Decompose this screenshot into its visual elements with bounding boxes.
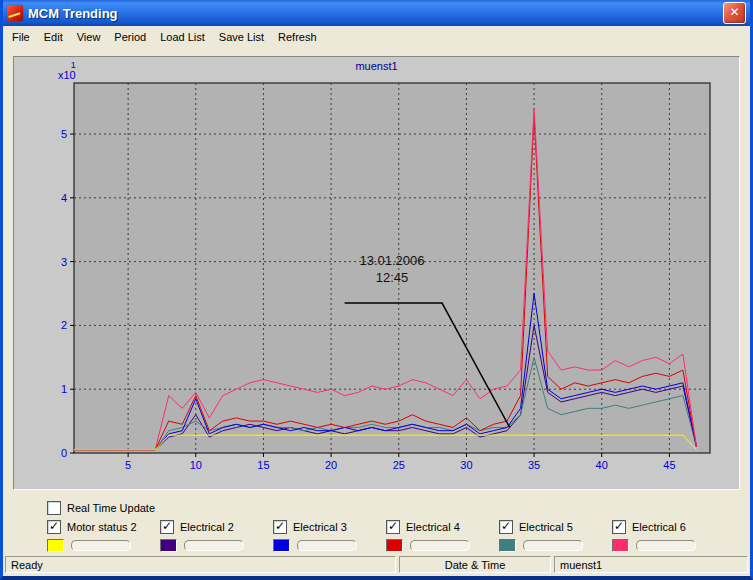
electrical-3-width-slider[interactable] (297, 540, 357, 551)
electrical-3-toggle[interactable]: Electrical 3 (273, 520, 386, 534)
motor-status-2-checkbox[interactable] (47, 520, 61, 534)
y-axis-multiplier: x10 (58, 70, 76, 80)
electrical-6-style-row (612, 539, 725, 552)
legend-item-electrical-5: Electrical 5 (499, 520, 612, 552)
electrical-5-width-slider[interactable] (523, 540, 583, 551)
svg-text:35: 35 (528, 459, 540, 471)
electrical-4-style-row (386, 539, 499, 552)
electrical-6-toggle[interactable]: Electrical 6 (612, 520, 725, 534)
svg-text:13.01.2006: 13.01.2006 (359, 253, 424, 268)
realtime-update-checkbox[interactable] (47, 501, 61, 515)
y-axis-scale-label: 1 x10 (58, 60, 76, 80)
electrical-5-color-swatch[interactable] (499, 539, 516, 552)
electrical-6-color-swatch[interactable] (612, 539, 629, 552)
motor-status-2-label: Motor status 2 (67, 521, 137, 533)
menu-save-list[interactable]: Save List (212, 27, 271, 47)
legend-item-motor-status-2: Motor status 2 (47, 520, 160, 552)
motor-status-2-style-row (47, 539, 160, 552)
svg-text:45: 45 (663, 459, 675, 471)
electrical-5-checkbox[interactable] (499, 520, 513, 534)
legend-item-electrical-2: Electrical 2 (160, 520, 273, 552)
electrical-4-toggle[interactable]: Electrical 4 (386, 520, 499, 534)
realtime-update-label: Real Time Update (67, 502, 155, 514)
status-date-time: Date & Time (399, 556, 551, 573)
status-message: Ready (5, 556, 396, 573)
trend-chart[interactable]: 0123455101520253035404513.01.200612:45 (14, 57, 739, 489)
legend-row: Motor status 2 Electrical 2 (47, 520, 750, 552)
electrical-5-style-row (499, 539, 612, 552)
client-area: 0123455101520253035404513.01.200612:45 m… (3, 48, 750, 554)
electrical-3-color-swatch[interactable] (273, 539, 290, 552)
svg-text:10: 10 (190, 459, 202, 471)
electrical-2-width-slider[interactable] (184, 540, 244, 551)
menu-load-list[interactable]: Load List (153, 27, 212, 47)
electrical-3-checkbox[interactable] (273, 520, 287, 534)
app-icon (7, 5, 23, 21)
menu-edit[interactable]: Edit (37, 27, 70, 47)
menu-view[interactable]: View (70, 27, 108, 47)
motor-status-2-color-swatch[interactable] (47, 539, 64, 552)
svg-text:0: 0 (61, 447, 67, 459)
electrical-6-checkbox[interactable] (612, 520, 626, 534)
svg-text:5: 5 (125, 459, 131, 471)
legend-item-electrical-6: Electrical 6 (612, 520, 725, 552)
menu-period[interactable]: Period (107, 27, 153, 47)
menu-bar: File Edit View Period Load List Save Lis… (3, 26, 750, 48)
electrical-3-label: Electrical 3 (293, 521, 347, 533)
svg-text:30: 30 (460, 459, 472, 471)
realtime-update-control[interactable]: Real Time Update (47, 500, 750, 515)
status-bar: Ready Date & Time muenst1 (3, 554, 750, 576)
svg-text:5: 5 (61, 128, 67, 140)
electrical-6-label: Electrical 6 (632, 521, 686, 533)
chart-panel: 0123455101520253035404513.01.200612:45 m… (13, 56, 740, 490)
window-title: MCM Trending (28, 6, 723, 21)
electrical-2-toggle[interactable]: Electrical 2 (160, 520, 273, 534)
electrical-2-color-swatch[interactable] (160, 539, 177, 552)
electrical-5-toggle[interactable]: Electrical 5 (499, 520, 612, 534)
close-button[interactable]: ✕ (723, 2, 746, 24)
svg-text:2: 2 (61, 319, 67, 331)
electrical-2-label: Electrical 2 (180, 521, 234, 533)
electrical-6-width-slider[interactable] (636, 540, 696, 551)
motor-status-2-width-slider[interactable] (71, 540, 131, 551)
svg-text:40: 40 (596, 459, 608, 471)
svg-text:12:45: 12:45 (376, 270, 409, 285)
electrical-4-checkbox[interactable] (386, 520, 400, 534)
menu-file[interactable]: File (5, 27, 37, 47)
legend-item-electrical-3: Electrical 3 (273, 520, 386, 552)
svg-text:25: 25 (393, 459, 405, 471)
title-bar[interactable]: MCM Trending ✕ (3, 0, 750, 26)
menu-refresh[interactable]: Refresh (271, 27, 324, 47)
svg-text:3: 3 (61, 256, 67, 268)
status-dataset: muenst1 (554, 556, 748, 573)
electrical-4-label: Electrical 4 (406, 521, 460, 533)
legend-item-electrical-4: Electrical 4 (386, 520, 499, 552)
app-window: MCM Trending ✕ File Edit View Period Loa… (0, 0, 753, 580)
electrical-2-style-row (160, 539, 273, 552)
electrical-3-style-row (273, 539, 386, 552)
electrical-2-checkbox[interactable] (160, 520, 174, 534)
svg-text:15: 15 (257, 459, 269, 471)
chart-title: muenst1 (14, 60, 739, 72)
svg-text:4: 4 (61, 192, 67, 204)
electrical-4-color-swatch[interactable] (386, 539, 403, 552)
svg-text:20: 20 (325, 459, 337, 471)
electrical-4-width-slider[interactable] (410, 540, 470, 551)
svg-text:1: 1 (61, 383, 67, 395)
electrical-5-label: Electrical 5 (519, 521, 573, 533)
motor-status-2-toggle[interactable]: Motor status 2 (47, 520, 160, 534)
